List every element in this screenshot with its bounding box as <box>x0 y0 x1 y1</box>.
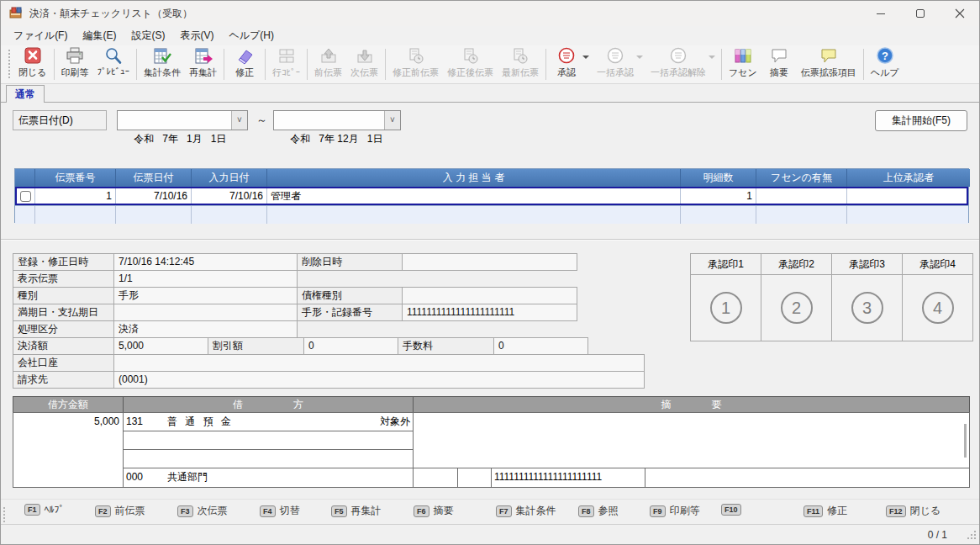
minimize-button[interactable] <box>861 1 900 26</box>
date-to-dropdown-icon[interactable]: ˅ <box>384 111 400 130</box>
fnkey-f3[interactable]: F3次伝票 <box>177 504 228 518</box>
svg-text:?: ? <box>882 50 888 62</box>
col-header-input-person: 入 力 担 当 者 <box>267 169 681 187</box>
ledger-dept-line: 000 共通部門 <box>123 468 414 488</box>
voucher-date-label: 伝票日付(D) <box>13 110 107 130</box>
row-checkbox[interactable] <box>20 191 31 202</box>
menu-settings[interactable]: 設定(S) <box>124 26 172 45</box>
application-window: 決済・顛末チェックリスト（受取） ファイル(F) 編集(E) 設定(S) 表示(… <box>0 0 980 545</box>
toolbar-grip[interactable] <box>8 49 12 80</box>
fnkey-f12[interactable]: F12閉じる <box>886 504 940 518</box>
toolbar-button-close[interactable]: 閉じる <box>14 45 51 83</box>
toolbar: 閉じる 印刷等 ﾌﾟﾚﾋﾞｭｰ 集計条件 再集計 修正 行ｺﾋﾟｰ <box>1 45 979 84</box>
stamp-mark-3: 3 <box>851 292 883 324</box>
tab-strip-line <box>1 102 979 103</box>
toolbar-button-help[interactable]: ? ヘルプ <box>867 45 904 83</box>
menu-view[interactable]: 表示(V) <box>172 26 221 45</box>
fnkey-f6[interactable]: F6摘要 <box>414 504 454 518</box>
fnbar-grip[interactable] <box>3 506 7 523</box>
fnkey-f8[interactable]: F8参照 <box>578 504 619 518</box>
close-icon <box>955 8 965 19</box>
resize-grip[interactable] <box>967 528 977 543</box>
printer-icon <box>65 47 85 66</box>
summary-scrollbar[interactable] <box>964 424 967 458</box>
due-date-label: 満期日・支払期日 <box>13 304 114 321</box>
toolbar-separator <box>863 49 864 80</box>
stamp-header-1: 承認印1 <box>690 253 761 275</box>
stamp-header-2: 承認印2 <box>761 253 832 275</box>
stamp-box-4: 4 <box>902 274 973 341</box>
ledger-debit-line-3 <box>123 449 414 468</box>
fnkey-f11[interactable]: F11修正 <box>803 504 847 518</box>
app-icon <box>9 6 24 23</box>
stamp-header-3: 承認印3 <box>831 253 903 275</box>
menu-edit[interactable]: 編集(E) <box>75 26 124 45</box>
toolbar-separator <box>224 49 224 80</box>
fnkey-f4[interactable]: F4切替 <box>260 504 300 518</box>
ledger-note-cell: 1111111111111111111111 <box>491 468 645 488</box>
toolbar-button-row-copy: 行ｺﾋﾟｰ <box>268 45 304 83</box>
fnkey-f9[interactable]: F9印刷等 <box>650 504 700 518</box>
company-account-label: 会社口座 <box>13 354 114 372</box>
ledger-sub-cell-2 <box>457 468 492 488</box>
date-from-dropdown-icon[interactable]: ˅ <box>231 111 247 130</box>
toolbar-separator <box>385 49 386 80</box>
display-voucher-label: 表示伝票 <box>13 270 114 288</box>
help-icon: ? <box>875 47 895 66</box>
dept-name: 共通部門 <box>167 468 208 487</box>
fnkey-f2[interactable]: F2前伝票 <box>95 504 145 518</box>
toolbar-button-edit[interactable]: 修正 <box>227 45 262 83</box>
menu-bar: ファイル(F) 編集(E) 設定(S) 表示(V) ヘルプ(H) <box>1 26 979 45</box>
stamp-box-1: 1 <box>690 274 761 341</box>
table-row-selected[interactable]: 1 7/10/16 7/10/16 管理者 1 <box>15 187 968 205</box>
maximize-button[interactable] <box>900 1 940 26</box>
toolbar-button-fusen[interactable]: フセン <box>724 45 761 83</box>
toolbar-button-voucher-extension[interactable]: 伝票拡張項目 <box>797 45 861 83</box>
type-label: 種別 <box>13 287 114 304</box>
approve-dropdown-icon[interactable] <box>582 56 589 59</box>
fnkey-f10[interactable]: F10 <box>721 504 746 516</box>
close-window-button[interactable] <box>940 1 979 26</box>
row-copy-icon <box>277 47 297 66</box>
date-to-field[interactable]: 令和 7年 12月 1日 ˅ <box>273 110 401 130</box>
aggregate-conditions-icon <box>152 47 172 66</box>
toolbar-separator <box>136 49 137 80</box>
batch-unapprove-dropdown-icon <box>709 56 715 59</box>
menu-file[interactable]: ファイル(F) <box>6 26 75 45</box>
extension-bubble-icon <box>819 47 839 66</box>
toolbar-button-before-edit-voucher: 修正前伝票 <box>388 45 443 83</box>
toolbar-button-next-voucher: 次伝票 <box>346 45 382 83</box>
fnkey-f7[interactable]: F7集計条件 <box>496 504 556 518</box>
toolbar-button-print[interactable]: 印刷等 <box>57 45 93 83</box>
menu-help[interactable]: ヘルプ(H) <box>221 26 282 45</box>
fnkey-f1[interactable]: F1ﾍﾙﾌﾟ <box>24 504 65 516</box>
fnkey-f5[interactable]: F5再集計 <box>331 504 382 518</box>
ledger-debit-line-2 <box>123 431 414 450</box>
settlement-amount-label: 決済額 <box>13 337 114 355</box>
maximize-icon <box>916 9 925 18</box>
magnifier-icon <box>103 47 124 66</box>
table-row-empty[interactable] <box>15 205 968 224</box>
toolbar-button-summary[interactable]: 摘要 <box>761 45 797 83</box>
toolbar-button-preview[interactable]: ﾌﾟﾚﾋﾞｭｰ <box>93 45 134 83</box>
start-aggregation-button[interactable]: 集計開始(F5) <box>875 110 967 131</box>
tab-normal[interactable]: 通常 <box>6 85 45 103</box>
ledger-debit-amount-cell: 5,000 <box>13 412 124 488</box>
toolbar-button-approve[interactable]: 承認 <box>549 45 584 83</box>
date-from-field[interactable]: 令和 7年 1月 1日 ˅ <box>117 110 248 130</box>
fee-label: 手数料 <box>398 337 494 355</box>
latest-voucher-icon <box>510 47 530 66</box>
batch-approve-stamp-icon <box>605 47 625 66</box>
ledger-sub-cell-3 <box>645 468 970 488</box>
toolbar-button-aggregate-conditions[interactable]: 集計条件 <box>140 45 185 83</box>
eraser-icon <box>234 47 255 66</box>
toolbar-button-batch-approve: 一括承認 <box>593 45 638 83</box>
stamp-box-3: 3 <box>831 274 903 341</box>
ledger-table: 借方金額 借 方 摘 要 5,000 131 普 通 預 金 対象外 000 共… <box>13 396 970 488</box>
receivable-type-label: 債権種別 <box>297 287 403 304</box>
toolbar-button-batch-unapprove: 一括承認解除 <box>646 45 710 83</box>
discount-label: 割引額 <box>208 337 304 355</box>
due-date-value <box>113 304 298 321</box>
stamp-mark-4: 4 <box>922 292 954 324</box>
toolbar-button-recalculate[interactable]: 再集計 <box>185 45 221 83</box>
